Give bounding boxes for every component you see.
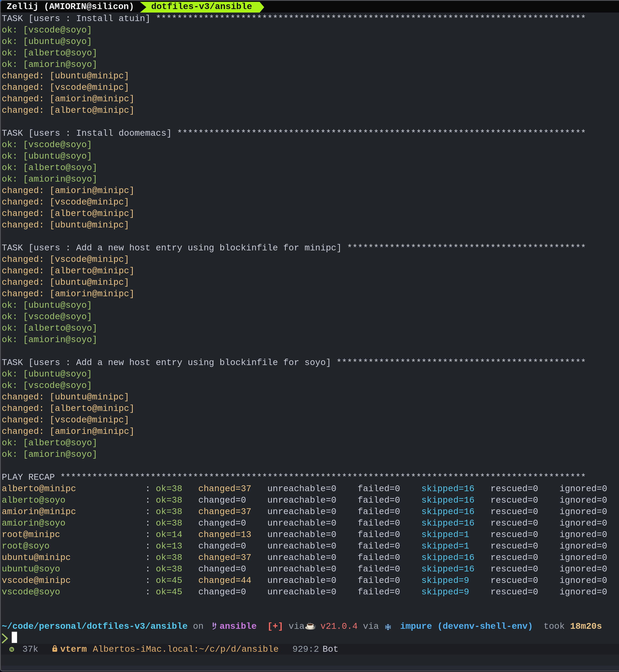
svg-text:N: N xyxy=(10,647,13,651)
